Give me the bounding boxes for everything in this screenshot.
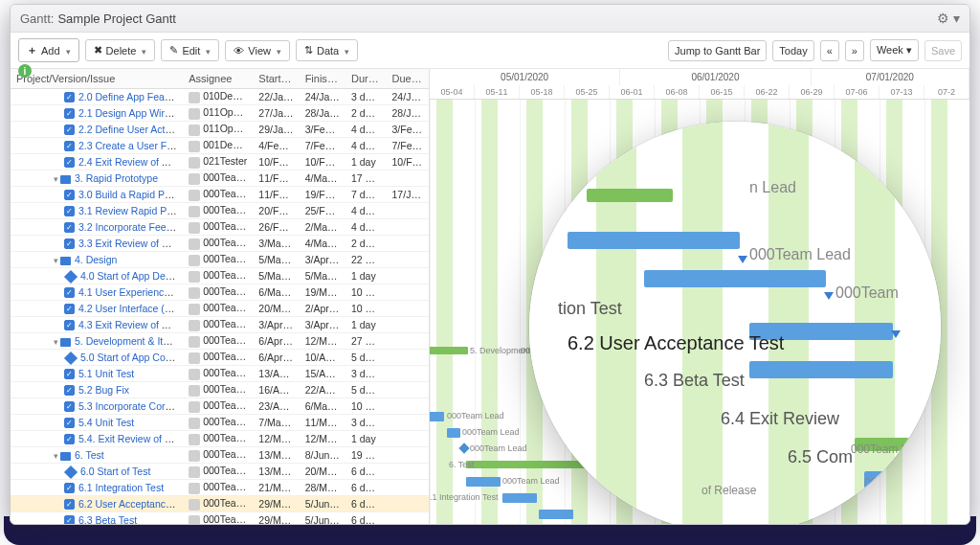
- avatar-icon: [189, 320, 200, 331]
- checkbox-icon: [64, 206, 75, 216]
- checkbox-icon: [64, 369, 75, 379]
- checkbox-icon: [64, 434, 75, 444]
- week-button[interactable]: Week ▾: [870, 39, 919, 61]
- avatar-icon: [189, 255, 200, 266]
- task-name[interactable]: 5.0 Start of App Coding: [80, 352, 183, 363]
- task-name[interactable]: 3.2 Incorporate Feedback into Rap...: [78, 221, 183, 233]
- task-name[interactable]: 5.3 Incorporate Core App Functiona...: [78, 400, 183, 412]
- week-header: 05-18: [520, 85, 565, 99]
- next-button[interactable]: »: [845, 40, 864, 61]
- expand-icon[interactable]: ▾: [51, 337, 60, 347]
- avatar-icon: [189, 434, 200, 445]
- expand-icon[interactable]: ▾: [51, 174, 60, 184]
- task-name[interactable]: 4.1 User Experience (UX) Design: [78, 286, 183, 298]
- checkbox-icon: [64, 401, 75, 412]
- month-header: 06/01/2020: [620, 69, 811, 85]
- checkbox-icon: [64, 190, 75, 200]
- grid-header: Project/Version/Issue Assignee Start dat…: [11, 69, 429, 89]
- expand-icon[interactable]: ▾: [51, 451, 60, 461]
- task-name[interactable]: 5.4 Unit Test: [78, 417, 134, 428]
- task-name[interactable]: 4.3 Exit Review of App Design: [78, 319, 183, 330]
- avatar-icon: [189, 401, 200, 413]
- gantt-bar[interactable]: [466, 477, 501, 487]
- info-icon[interactable]: i: [18, 64, 32, 78]
- avatar-icon: [189, 125, 200, 136]
- avatar-icon: [189, 92, 200, 103]
- task-name[interactable]: 2.1 Design App Wireframe: [78, 107, 183, 119]
- folder-icon: [60, 338, 71, 347]
- task-name[interactable]: 6.1 Integration Test: [78, 482, 164, 493]
- task-name[interactable]: 6.2 User Acceptance Test: [78, 498, 183, 510]
- checkbox-icon: [64, 304, 75, 314]
- avatar-icon: [189, 157, 200, 169]
- avatar-icon: [189, 352, 200, 364]
- week-header: 05-11: [475, 85, 520, 99]
- save-button[interactable]: Save: [924, 40, 962, 61]
- col-due[interactable]: Due Date: [387, 69, 429, 88]
- gantt-bar[interactable]: [539, 510, 573, 519]
- task-name[interactable]: 3.0 Build a Rapid Prototype: [78, 189, 183, 200]
- project-name: Sample Project Gantt: [57, 11, 176, 26]
- gear-icon[interactable]: ⚙ ▾: [937, 11, 960, 26]
- task-name[interactable]: 6. Test: [75, 449, 104, 461]
- avatar-icon: [189, 369, 200, 380]
- data-button[interactable]: ⇅ Data: [296, 39, 358, 61]
- month-header: 05/01/2020: [430, 69, 620, 85]
- checkbox-icon: [64, 238, 75, 249]
- task-name[interactable]: 2.0 Define App Features: [78, 91, 183, 102]
- week-header: 05-25: [565, 85, 610, 99]
- task-name[interactable]: 3. Rapid Prototype: [75, 172, 158, 184]
- checkbox-icon: [64, 385, 75, 396]
- avatar-icon: [189, 499, 200, 511]
- today-button[interactable]: Today: [772, 40, 813, 61]
- jump-button[interactable]: Jump to Gantt Bar: [668, 40, 767, 61]
- col-duration[interactable]: Duration: [345, 69, 387, 88]
- magnifier-overlay: n Lead000Team Leadtion Test000Team6.2 Us…: [529, 122, 941, 525]
- table-row[interactable]: 6.3 Beta Test000Team Lead29/May/205/Jun/…: [11, 512, 429, 524]
- avatar-icon: [189, 466, 200, 478]
- task-name[interactable]: 6.3 Beta Test: [78, 514, 137, 524]
- add-button[interactable]: ＋Add: [18, 38, 79, 62]
- expand-icon[interactable]: ▾: [51, 256, 60, 265]
- prev-button[interactable]: «: [820, 40, 839, 61]
- task-name[interactable]: 5.4. Exit Review of Development & I...: [78, 433, 183, 444]
- task-name[interactable]: 2.3 Create a User Flow: [78, 140, 182, 151]
- task-name[interactable]: 6.0 Start of Test: [80, 466, 150, 477]
- avatar-icon: [189, 222, 200, 234]
- task-name[interactable]: 2.4 Exit Review of App Wireframe: [78, 156, 183, 168]
- task-name[interactable]: 4.2 User Interface (UI) Design: [78, 303, 183, 314]
- avatar-icon: [189, 190, 200, 201]
- avatar-icon: [189, 173, 200, 185]
- task-name[interactable]: 2.2 Define User Actions: [78, 124, 183, 135]
- checkbox-icon: [64, 108, 75, 119]
- task-name[interactable]: 4. Design: [75, 254, 117, 265]
- week-header: 05-04: [430, 85, 475, 99]
- week-header: 07-13: [880, 85, 924, 99]
- task-name[interactable]: 3.3 Exit Review of Rapid Prototype: [78, 238, 183, 249]
- col-issue[interactable]: Project/Version/Issue: [11, 69, 183, 88]
- col-start[interactable]: Start date: [253, 69, 299, 88]
- view-button[interactable]: 👁 View: [225, 40, 290, 61]
- gantt-bar[interactable]: [430, 412, 444, 421]
- checkbox-icon: [64, 287, 75, 298]
- checkbox-icon: [64, 418, 75, 428]
- week-header: 07-06: [835, 85, 880, 99]
- task-name[interactable]: 5. Development & Iteration: [75, 335, 183, 347]
- gantt-bar[interactable]: [430, 347, 468, 354]
- col-assignee[interactable]: Assignee: [183, 69, 253, 88]
- gantt-bar[interactable]: [447, 428, 460, 438]
- gantt-bar[interactable]: [502, 493, 537, 503]
- edit-button[interactable]: ✎ Edit: [161, 39, 219, 61]
- task-name[interactable]: 5.2 Bug Fix: [78, 384, 129, 396]
- checkbox-icon: [64, 515, 75, 524]
- delete-button[interactable]: ✖ Delete: [85, 39, 156, 61]
- week-header: 06-15: [700, 85, 745, 99]
- checkbox-icon: [64, 499, 75, 510]
- col-finish[interactable]: Finish date: [300, 69, 345, 88]
- checkbox-icon: [64, 222, 75, 233]
- task-name[interactable]: 5.1 Unit Test: [78, 368, 134, 379]
- avatar-icon: [189, 336, 200, 348]
- task-grid: Project/Version/Issue Assignee Start dat…: [11, 69, 430, 524]
- task-name[interactable]: 3.1 Review Rapid Prototype: [78, 205, 183, 216]
- task-name[interactable]: 4.0 Start of App Design: [80, 270, 183, 282]
